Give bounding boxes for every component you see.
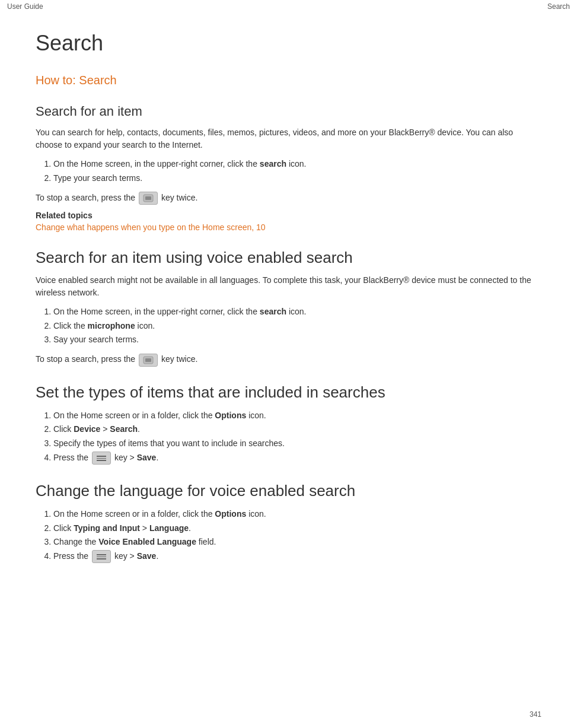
page-header: User Guide Search [0, 0, 577, 13]
stop-text-after: key twice. [161, 193, 197, 202]
svg-rect-3 [145, 358, 151, 362]
change-language-steps: On the Home screen or in a folder, click… [53, 507, 541, 564]
list-item: Press the key > Save. [53, 451, 541, 465]
menu-key-icon [92, 452, 111, 465]
header-right: Search [547, 2, 570, 11]
voice-search-title: Search for an item using voice enabled s… [36, 249, 541, 267]
set-types-steps: On the Home screen or in a folder, click… [53, 409, 541, 465]
section-set-types: Set the types of items that are included… [36, 383, 541, 465]
list-item: On the Home screen or in a folder, click… [53, 409, 541, 423]
list-item: Click Typing and Input > Language. [53, 522, 541, 536]
list-item: Say your search terms. [53, 333, 541, 347]
list-item: Press the key > Save. [53, 549, 541, 564]
change-language-title: Change the language for voice enabled se… [36, 482, 541, 500]
voice-search-steps: On the Home screen, in the upper-right c… [53, 305, 541, 347]
voice-stop-text: To stop a search, press the key twice. [36, 353, 541, 366]
search-item-steps: On the Home screen, in the upper-right c… [53, 157, 541, 186]
section-change-language: Change the language for voice enabled se… [36, 482, 541, 564]
stop-key-icon [139, 192, 158, 205]
page-content: Search How to: Search Search for an item… [0, 13, 577, 616]
section-voice-search: Search for an item using voice enabled s… [36, 249, 541, 367]
voice-stop-before: To stop a search, press the [36, 354, 135, 364]
menu-key-icon-2 [92, 550, 111, 563]
stop-key-icon-2 [139, 354, 158, 367]
list-item: Click the microphone icon. [53, 319, 541, 333]
stop-text-before: To stop a search, press the [36, 193, 135, 202]
list-item: Click Device > Search. [53, 422, 541, 437]
voice-stop-after: key twice. [161, 354, 197, 364]
list-item: On the Home screen or in a folder, click… [53, 507, 541, 522]
voice-search-intro: Voice enabled search might not be availa… [36, 274, 541, 299]
list-item: Change the Voice Enabled Language field. [53, 535, 541, 549]
list-item: Type your search terms. [53, 171, 541, 186]
stop-search-text: To stop a search, press the key twice. [36, 192, 541, 205]
list-item: Specify the types of items that you want… [53, 437, 541, 451]
related-link[interactable]: Change what happens when you type on the… [36, 222, 266, 232]
search-item-intro: You can search for help, contacts, docum… [36, 126, 541, 151]
list-item: On the Home screen, in the upper-right c… [53, 157, 541, 171]
section-how-to: How to: Search [36, 74, 541, 87]
search-item-title: Search for an item [36, 104, 541, 119]
set-types-title: Set the types of items that are included… [36, 383, 541, 402]
page-main-title: Search [36, 31, 541, 56]
section-search-item: Search for an item You can search for he… [36, 104, 541, 232]
header-left: User Guide [7, 2, 43, 11]
list-item: On the Home screen, in the upper-right c… [53, 305, 541, 319]
related-topics-label: Related topics [36, 211, 541, 220]
svg-rect-1 [145, 196, 151, 200]
page-number: 341 [530, 710, 541, 719]
how-to-title: How to: Search [36, 74, 541, 87]
